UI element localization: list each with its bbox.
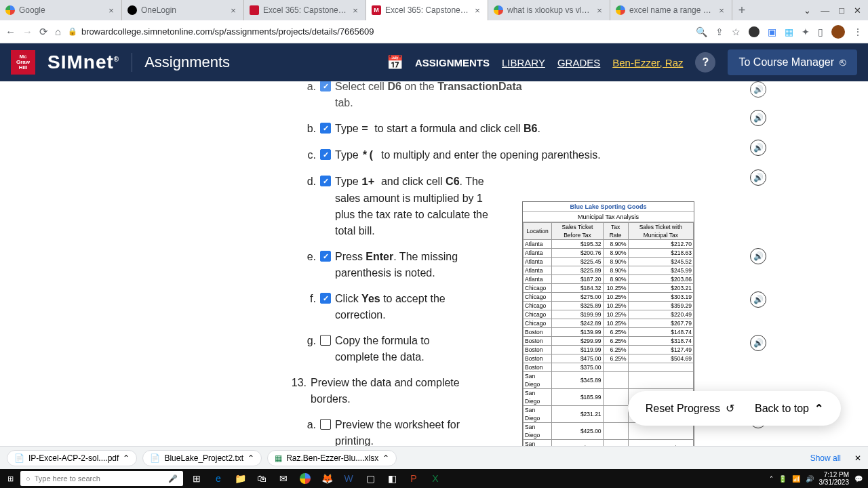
start-button[interactable]: ⊞	[0, 474, 20, 483]
speaker-icon[interactable]: 🔊	[750, 335, 766, 351]
store-icon[interactable]: 🛍	[252, 470, 271, 487]
checkbox-checked[interactable]: ✓	[320, 123, 331, 134]
step-text: Copy the formula to complete the data.	[335, 333, 450, 365]
nav-library[interactable]: LIBRARY	[502, 57, 545, 68]
reload-icon[interactable]: ⟳	[39, 26, 48, 38]
step-c: c. ✓ Type *( to multiply and enter the o…	[305, 147, 868, 164]
download-item[interactable]: 📄BlueLake_Project2.txt⌃	[142, 450, 262, 466]
back-to-top-button[interactable]: Back to top⌃	[755, 402, 823, 415]
checkbox-checked[interactable]: ✓	[320, 293, 331, 304]
step-text: Preview the worksheet for printing.	[335, 417, 477, 446]
download-item[interactable]: 📄IP-Excel-ACP-2-sol....pdf⌃	[7, 450, 137, 466]
profile-avatar[interactable]	[831, 25, 845, 39]
close-icon[interactable]: ×	[717, 5, 726, 15]
battery-icon[interactable]: 🔋	[778, 475, 787, 483]
volume-icon[interactable]: 🔊	[806, 475, 814, 483]
maximize-icon[interactable]: □	[839, 5, 844, 16]
chevron-up-icon: ⌃	[814, 402, 823, 415]
user-link[interactable]: Ben-Ezzer, Raz	[612, 57, 683, 68]
tab-google[interactable]: Google×	[0, 0, 122, 20]
mail-icon[interactable]: ✉	[274, 470, 293, 487]
brand: SIMnet®	[47, 52, 119, 73]
checkbox-unchecked[interactable]	[320, 419, 331, 430]
taskbar-search[interactable]: ○Type here to search🎤	[20, 471, 183, 486]
bookmark-icon[interactable]: ☆	[732, 26, 741, 37]
download-item[interactable]: ▦Raz.Ben-Ezzer-Blu....xlsx⌃	[267, 450, 397, 466]
close-icon[interactable]: ×	[106, 5, 116, 15]
tab-xlookup[interactable]: what is xlookup vs vlookup - Go×	[488, 0, 610, 20]
notifications-icon[interactable]: 💬	[854, 475, 863, 483]
close-icon[interactable]: ×	[473, 5, 482, 15]
speaker-icon[interactable]: 🔊	[750, 140, 766, 156]
speaker-icon[interactable]: 🔊	[750, 110, 766, 126]
tab-onelogin[interactable]: OneLogin×	[122, 0, 244, 20]
back-icon[interactable]: ←	[5, 26, 16, 37]
windows-taskbar: ⊞ ○Type here to search🎤 ⊞ e 📁 🛍 ✉ 🦊 W ▢ …	[0, 469, 868, 488]
url-bar[interactable]: 🔒 browardcollege.simnetonline.com/sp/ass…	[68, 26, 689, 37]
reset-label: Reset Progress	[646, 403, 720, 415]
speaker-icon[interactable]: 🔊	[750, 81, 766, 98]
close-icon[interactable]: ✕	[854, 453, 861, 463]
explorer-icon[interactable]: 📁	[231, 470, 250, 487]
zoom-icon[interactable]: 🔍	[696, 26, 707, 37]
reset-progress-button[interactable]: Reset Progress↺	[646, 402, 734, 415]
word-icon[interactable]: W	[339, 470, 358, 487]
step-text: Type = to start a formula and click cell…	[335, 121, 540, 138]
clock[interactable]: 7:12 PM3/31/2023	[819, 471, 850, 486]
txt-icon: 📄	[150, 453, 160, 463]
close-icon[interactable]: ×	[595, 5, 604, 15]
extensions-icon[interactable]: ✦	[802, 26, 810, 37]
google-icon	[5, 5, 15, 15]
checkbox-checked[interactable]: ✓	[320, 251, 331, 262]
show-all-link[interactable]: Show all	[810, 453, 841, 463]
tab-name-range[interactable]: excel name a range - Google Se×	[610, 0, 732, 20]
firefox-icon[interactable]: 🦊	[317, 470, 336, 487]
google-icon	[616, 5, 625, 15]
checkbox-checked[interactable]: ✓	[320, 149, 331, 160]
sidepanel-icon[interactable]: ▯	[818, 26, 823, 37]
chevron-up-icon[interactable]: ⌃	[123, 453, 130, 463]
extension-icon[interactable]: ▦	[785, 26, 793, 37]
tab-capstone-sil[interactable]: MExcel 365: Capstone Project - SII×	[366, 0, 488, 20]
mic-icon[interactable]: 🎤	[168, 474, 178, 483]
excel-icon[interactable]: X	[426, 470, 445, 487]
close-icon[interactable]: ×	[229, 5, 238, 15]
powerpoint-icon[interactable]: P	[404, 470, 423, 487]
menu-icon[interactable]: ⋮	[853, 26, 863, 37]
calendar-icon[interactable]: 📅	[387, 54, 403, 70]
task-view-icon[interactable]: ⊞	[187, 470, 206, 487]
home-icon[interactable]: ⌂	[55, 26, 61, 37]
extension-icon[interactable]	[749, 26, 760, 37]
tab-label: excel name a range - Google Se	[629, 5, 713, 15]
course-manager-button[interactable]: To Course Manager⎋	[728, 49, 857, 75]
share-icon[interactable]: ⇪	[715, 26, 724, 37]
step-letter: a.	[305, 81, 316, 111]
close-icon[interactable]: ×	[351, 5, 360, 15]
speaker-icon[interactable]: 🔊	[750, 248, 766, 264]
chrome-icon[interactable]	[296, 470, 315, 487]
wifi-icon[interactable]: 📶	[792, 475, 800, 483]
nav-grades[interactable]: GRADES	[557, 57, 600, 68]
window-controls: ⌄ — □ ✕	[797, 0, 868, 20]
checkbox-checked[interactable]: ✓	[320, 176, 331, 186]
speaker-icon[interactable]: 🔊	[750, 291, 766, 308]
chevron-down-icon[interactable]: ⌄	[804, 5, 811, 16]
checkbox-checked[interactable]: ✓	[320, 81, 331, 92]
speaker-icon[interactable]: 🔊	[750, 169, 766, 186]
close-window-icon[interactable]: ✕	[854, 5, 861, 16]
checkbox-unchecked[interactable]	[320, 335, 331, 346]
new-tab-button[interactable]: +	[732, 0, 751, 20]
tab-capstone-cc[interactable]: Excel 365: Capstone Project - CC×	[244, 0, 366, 20]
app-icon[interactable]: ▢	[361, 470, 380, 487]
app-icon[interactable]: ◧	[382, 470, 401, 487]
extension-icon[interactable]: ▣	[768, 26, 776, 37]
minimize-icon[interactable]: —	[821, 5, 829, 16]
edge-icon[interactable]: e	[209, 470, 228, 487]
help-icon[interactable]: ?	[695, 52, 715, 73]
chevron-up-icon[interactable]: ⌃	[382, 453, 389, 463]
simnet-icon	[250, 5, 259, 15]
tray-chevron-icon[interactable]: ˄	[770, 475, 773, 483]
nav-assignments[interactable]: ASSIGNMENTS	[415, 57, 490, 68]
tab-label: what is xlookup vs vlookup - Go	[507, 5, 591, 15]
chevron-up-icon[interactable]: ⌃	[248, 453, 254, 463]
